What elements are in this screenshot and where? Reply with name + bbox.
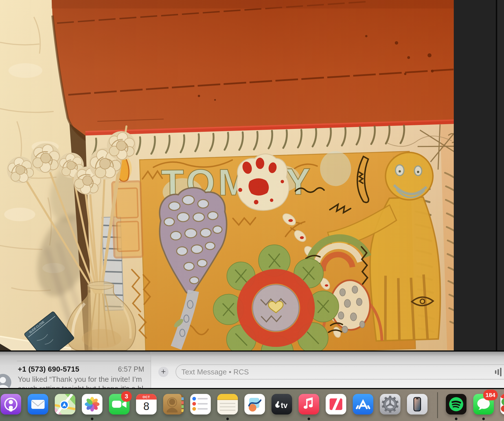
dock-icon-podcasts[interactable] bbox=[1, 394, 21, 415]
messages-badge: 184 bbox=[483, 390, 498, 400]
add-attachment-button[interactable]: + bbox=[158, 367, 168, 377]
running-dot-spotify bbox=[455, 418, 457, 420]
conversation-preview: You liked “Thank you for the invite! I’m… bbox=[18, 375, 143, 388]
avatar bbox=[0, 374, 11, 388]
calendar-day-label: 8 bbox=[143, 400, 149, 412]
calendar-month-label: OCT bbox=[143, 395, 150, 399]
photo-attachment-preview: TOMMY bbox=[0, 0, 454, 350]
dock-icon-spotify[interactable] bbox=[446, 394, 466, 415]
dock-icon-news[interactable] bbox=[326, 394, 346, 415]
audio-message-icon[interactable] bbox=[495, 364, 501, 380]
dock: OCT 8 bbox=[0, 389, 504, 421]
facetime-badge: 3 bbox=[121, 391, 132, 402]
running-dot-photos bbox=[91, 418, 93, 420]
conversation-time: 6:57 PM bbox=[118, 365, 144, 373]
chat-pane: + Text Message • RCS bbox=[151, 352, 504, 388]
dock-icon-music[interactable] bbox=[299, 394, 319, 415]
desktop-screen: TOMMY bbox=[0, 0, 504, 421]
dock-icon-system-settings[interactable] bbox=[380, 394, 400, 415]
tv-label: tv bbox=[281, 401, 288, 410]
dock-icon-mail[interactable] bbox=[28, 394, 48, 415]
dock-icon-iphone-mirroring[interactable] bbox=[407, 394, 428, 415]
dock-icon-notes[interactable] bbox=[217, 394, 238, 415]
dock-icon-freeform[interactable] bbox=[244, 394, 265, 415]
photo-illustration: TOMMY bbox=[0, 0, 454, 350]
conversation-name: +1 (573) 690-5715 bbox=[18, 365, 79, 374]
dock-divider bbox=[437, 392, 438, 418]
conversation-separator bbox=[17, 361, 151, 361]
dock-icon-reminders[interactable] bbox=[190, 394, 211, 415]
dock-icon-photos[interactable] bbox=[82, 394, 102, 415]
running-dot-music bbox=[308, 418, 310, 420]
dock-icon-calendar[interactable]: OCT 8 bbox=[136, 394, 157, 415]
conversation-list: +1 (573) 690-5715 6:57 PM You liked “Tha… bbox=[0, 352, 151, 388]
message-input[interactable]: Text Message • RCS bbox=[176, 364, 504, 380]
viewer-right-edge bbox=[497, 0, 504, 350]
message-input-placeholder: Text Message • RCS bbox=[181, 365, 249, 379]
dock-icon-app-store[interactable] bbox=[353, 394, 373, 415]
running-dot-notes bbox=[226, 418, 229, 420]
messages-window-strip: +1 (573) 690-5715 6:57 PM You liked “Tha… bbox=[0, 350, 504, 389]
dock-icon-apple-tv[interactable]: tv bbox=[271, 394, 292, 415]
dock-icon-maps[interactable] bbox=[55, 394, 75, 415]
running-dot-messages bbox=[482, 418, 485, 420]
photo-viewer-background bbox=[454, 0, 504, 350]
dock-icon-partial-app[interactable] bbox=[500, 394, 504, 415]
dock-icon-contacts[interactable] bbox=[163, 394, 184, 415]
